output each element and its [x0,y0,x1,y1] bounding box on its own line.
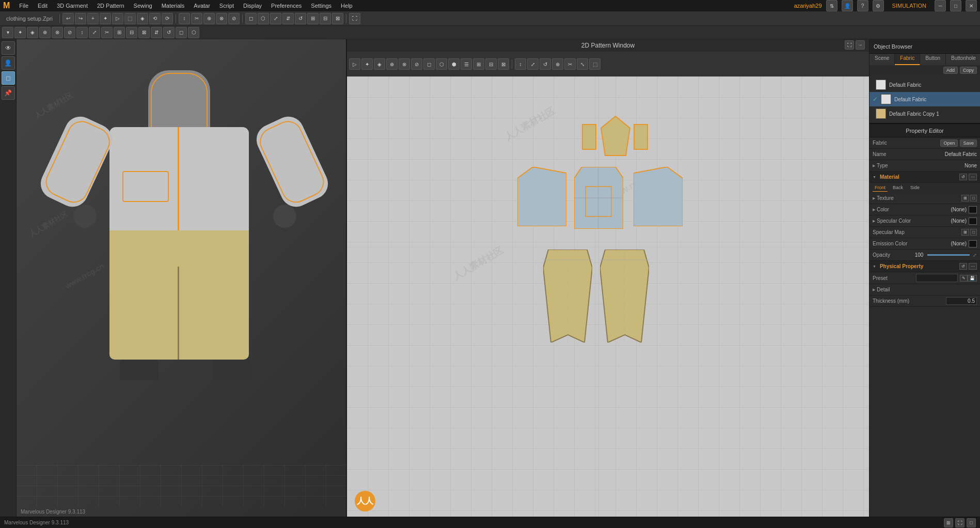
material-section-header[interactable]: ▼ Material ↺ ⋯ [870,172,980,183]
fabric-item-0[interactable]: Default Fabric [870,77,980,92]
toolbar-btn-15[interactable]: ◻ [245,13,257,24]
sec-btn-9[interactable]: ✂ [101,27,113,38]
tab-button[interactable]: Button [920,54,946,65]
expand-icon[interactable]: ⛶ [349,13,360,24]
toolbar-btn-14[interactable]: ⊘ [228,13,240,24]
toolbar-btn-13[interactable]: ⊗ [216,13,227,24]
2d-btn-10[interactable]: ☰ [461,58,472,70]
2d-btn-8[interactable]: ⬡ [436,58,447,70]
sec-btn-15[interactable]: ◻ [176,27,187,38]
toolbar-btn-9[interactable]: ⟳ [162,13,173,24]
menu-3d-garment[interactable]: 3D Garment [53,2,92,10]
pants-left-piece[interactable] [543,250,592,344]
2d-btn-11[interactable]: ⊞ [473,58,484,70]
texture-folder-btn[interactable]: □ [970,195,977,201]
sec-btn-1[interactable]: ▾ [2,27,13,38]
2d-expand-btn[interactable]: ⛶ [845,40,854,50]
avatar-icon[interactable]: 👤 [2,56,15,70]
sec-btn-10[interactable]: ⊞ [114,27,125,38]
fabric-item-1[interactable]: ✓ Default Fabric [870,92,980,106]
status-fullscreen-btn[interactable]: □ [967,518,976,527]
menu-preferences[interactable]: Preferences [267,2,306,10]
sync-icon[interactable]: ⇅ [826,0,837,11]
2d-btn-13[interactable]: ⊠ [498,58,509,70]
toolbar-btn-17[interactable]: ⤢ [270,13,281,24]
material-options-btn[interactable]: ⋯ [969,174,977,180]
menu-script[interactable]: Script [215,2,238,10]
2d-close-btn[interactable]: → [856,40,865,50]
view-3d[interactable]: 人人素材社区 www.rrcg.cn 人人素材社区 www.rrcg.cn [17,39,347,517]
sec-btn-8[interactable]: ⤢ [89,27,100,38]
specular-swatch[interactable] [969,218,977,225]
question-icon[interactable]: ? [857,0,868,11]
toolbar-btn-5[interactable]: ▷ [112,13,123,24]
sec-btn-6[interactable]: ⊘ [64,27,75,38]
tab-fabric[interactable]: Fabric [895,54,920,65]
toolbar-btn-20[interactable]: ⊞ [307,13,319,24]
toolbar-btn-16[interactable]: ⬡ [258,13,269,24]
minimize-btn[interactable]: ─ [935,0,946,11]
tab-scene[interactable]: Scene [870,54,895,65]
sec-btn-14[interactable]: ↺ [163,27,175,38]
2d-btn-16[interactable]: ↺ [540,58,551,70]
mat-tab-back[interactable]: Back [891,184,905,192]
hood-strap-right[interactable] [634,124,648,150]
toolbar-btn-22[interactable]: ⊠ [332,13,343,24]
3d-viewport[interactable]: 人人素材社区 www.rrcg.cn 人人素材社区 www.rrcg.cn [17,39,346,517]
hood-center-piece[interactable] [600,115,631,158]
2d-btn-4[interactable]: ⊕ [386,58,398,70]
sec-btn-16[interactable]: ⬡ [188,27,199,38]
2d-btn-12[interactable]: ⊟ [485,58,497,70]
2d-btn-17[interactable]: ⊕ [552,58,563,70]
toolbar-btn-10[interactable]: ↕ [179,13,190,24]
emission-swatch[interactable] [969,240,977,247]
2d-btn-7[interactable]: ◻ [423,58,435,70]
toolbar-btn-1[interactable]: ↩ [62,13,74,24]
menu-2d-pattern[interactable]: 2D Pattern [93,2,129,10]
opacity-slider[interactable] [927,254,970,256]
toolbar-btn-12[interactable]: ⊕ [203,13,215,24]
menu-settings[interactable]: Settings [307,2,336,10]
toolbar-btn-2[interactable]: ↪ [75,13,86,24]
maximize-btn[interactable]: □ [950,0,961,11]
view-2d[interactable]: 2D Pattern Window ⛶ → ▷ ✦ ◈ ⊕ ⊗ ⊘ ◻ ⬡ ⬢ … [347,39,869,517]
2d-btn-15[interactable]: ⤢ [527,58,539,70]
color-swatch[interactable] [969,206,977,213]
physical-reset-btn[interactable]: ↺ [959,263,967,270]
close-btn[interactable]: ✕ [966,0,977,11]
add-fabric-button[interactable]: Add [943,67,958,74]
hood-strap-left[interactable] [582,124,596,150]
prop-save-button[interactable]: Save [960,139,977,147]
physical-options-btn[interactable]: ⋯ [969,263,977,270]
preset-save-btn[interactable]: 💾 [968,275,977,282]
texture-grid-btn[interactable]: ⊞ [961,195,969,201]
sec-btn-3[interactable]: ◈ [27,27,38,38]
menu-materials[interactable]: Materials [157,2,189,10]
pants-right-piece[interactable] [600,250,649,344]
preset-input[interactable] [916,274,958,282]
sec-btn-12[interactable]: ⊠ [138,27,150,38]
view-3d-icon[interactable]: 👁 [2,41,15,55]
prop-thickness-input[interactable]: 0.5 [946,297,977,305]
menu-help[interactable]: Help [337,2,357,10]
copy-fabric-button[interactable]: Copy [960,67,977,74]
2d-btn-14[interactable]: ↕ [515,58,526,70]
2d-btn-1[interactable]: ▷ [349,58,360,70]
toolbar-btn-18[interactable]: ⇵ [282,13,294,24]
mat-tab-side[interactable]: Side [908,184,922,192]
sec-btn-2[interactable]: ✦ [14,27,26,38]
toolbar-btn-21[interactable]: ⊟ [320,13,331,24]
2d-btn-2[interactable]: ✦ [361,58,373,70]
prop-open-button[interactable]: Open [940,139,958,147]
toolbar-btn-4[interactable]: ✦ [100,13,111,24]
2d-btn-6[interactable]: ⊘ [411,58,422,70]
menu-sewing[interactable]: Sewing [130,2,156,10]
specular-map-folder-btn[interactable]: □ [970,229,977,236]
physical-property-section-header[interactable]: ▼ Physical Property ↺ ⋯ [870,261,980,272]
preset-edit-btn[interactable]: ✎ [960,275,968,282]
toolbar-btn-7[interactable]: ◈ [137,13,148,24]
menu-file[interactable]: File [15,2,33,10]
menu-display[interactable]: Display [239,2,266,10]
toolbar-btn-3[interactable]: + [87,13,99,24]
material-reset-btn[interactable]: ↺ [959,174,967,180]
